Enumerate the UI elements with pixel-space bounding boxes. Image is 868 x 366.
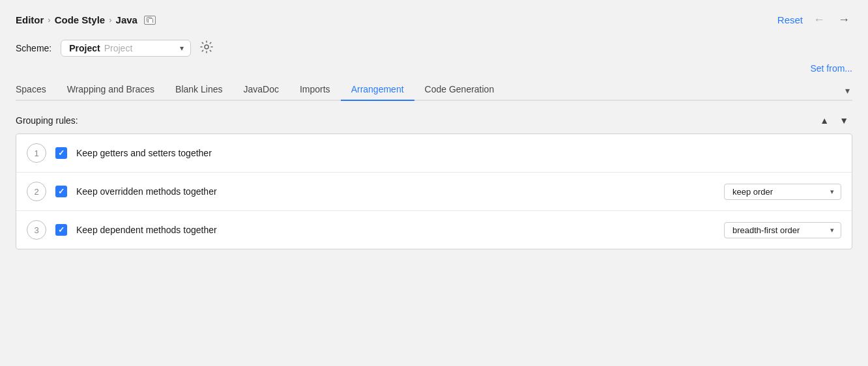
breadcrumb: Editor › Code Style › Java (16, 14, 156, 25)
forward-button[interactable]: → (835, 12, 852, 28)
tabs-row: Spaces Wrapping and Braces Blank Lines J… (16, 79, 852, 101)
svg-rect-1 (148, 19, 152, 23)
tab-spaces[interactable]: Spaces (16, 79, 57, 101)
breadcrumb-code-style: Code Style (55, 14, 106, 25)
header-actions: Reset ← → (777, 12, 852, 28)
rule-select-arrow-2: ▾ (830, 188, 834, 196)
copy-icon[interactable] (144, 16, 156, 25)
scheme-dropdown-arrow: ▾ (180, 44, 184, 53)
grouping-up-button[interactable]: ▲ (816, 114, 833, 127)
tab-wrapping-and-braces[interactable]: Wrapping and Braces (57, 79, 165, 101)
rule-number-2: 2 (27, 182, 46, 201)
set-from-button[interactable]: Set from... (810, 63, 852, 74)
breadcrumb-editor: Editor (16, 14, 44, 25)
tab-imports[interactable]: Imports (289, 79, 341, 101)
main-content: Grouping rules: ▲ ▼ 1 ✓ Keep getters and… (16, 101, 852, 249)
rule-number-3: 3 (27, 220, 46, 240)
checkbox-check-icon: ✓ (58, 225, 65, 234)
grouping-label: Grouping rules: (16, 115, 78, 126)
rule-select-2[interactable]: keep order ▾ (724, 184, 841, 200)
tabs-more-button[interactable]: ▾ (843, 80, 852, 101)
scheme-value-bold: Project (69, 43, 100, 53)
rule-number-1: 1 (27, 143, 46, 163)
reset-button[interactable]: Reset (777, 14, 803, 25)
tab-code-generation[interactable]: Code Generation (414, 79, 505, 101)
grouping-arrows: ▲ ▼ (816, 114, 852, 127)
rule-text-3: Keep dependent methods together (76, 225, 715, 235)
checkbox-check-icon: ✓ (58, 148, 65, 158)
svg-point-2 (205, 45, 209, 49)
tab-blank-lines[interactable]: Blank Lines (165, 79, 233, 101)
tab-arrangement[interactable]: Arrangement (341, 79, 414, 101)
tab-javadoc[interactable]: JavaDoc (233, 79, 289, 101)
checkbox-check-icon: ✓ (58, 187, 65, 196)
breadcrumb-java: Java (116, 14, 137, 25)
table-row: 3 ✓ Keep dependent methods together brea… (16, 211, 852, 249)
main-container: Editor › Code Style › Java Reset ← → Sch… (0, 0, 868, 366)
scheme-row: Scheme: Project Project ▾ (16, 40, 852, 57)
gear-button[interactable] (200, 40, 213, 57)
rule-select-value-2: keep order (732, 187, 825, 197)
set-from-row: Set from... (16, 63, 852, 74)
table-row: 2 ✓ Keep overridden methods together kee… (16, 173, 852, 211)
rule-text-1: Keep getters and setters together (76, 148, 841, 158)
breadcrumb-sep-2: › (109, 15, 111, 25)
rule-checkbox-2[interactable]: ✓ (55, 186, 67, 197)
rule-select-3[interactable]: breadth-first order ▾ (724, 222, 841, 238)
rule-checkbox-3[interactable]: ✓ (55, 224, 67, 236)
table-row: 1 ✓ Keep getters and setters together (16, 134, 852, 173)
top-bar: Editor › Code Style › Java Reset ← → (16, 12, 852, 28)
breadcrumb-sep-1: › (48, 15, 50, 25)
rule-checkbox-1[interactable]: ✓ (55, 147, 67, 159)
grouping-down-button[interactable]: ▼ (835, 114, 852, 127)
scheme-label: Scheme: (16, 43, 51, 53)
scheme-placeholder: Project (104, 43, 177, 53)
back-button[interactable]: ← (811, 12, 828, 28)
rule-text-2: Keep overridden methods together (76, 186, 715, 197)
rule-select-arrow-3: ▾ (830, 226, 834, 234)
grouping-header: Grouping rules: ▲ ▼ (16, 114, 852, 127)
rules-table: 1 ✓ Keep getters and setters together 2 … (16, 134, 852, 249)
rule-select-value-3: breadth-first order (732, 225, 825, 235)
scheme-dropdown[interactable]: Project Project ▾ (61, 40, 191, 57)
